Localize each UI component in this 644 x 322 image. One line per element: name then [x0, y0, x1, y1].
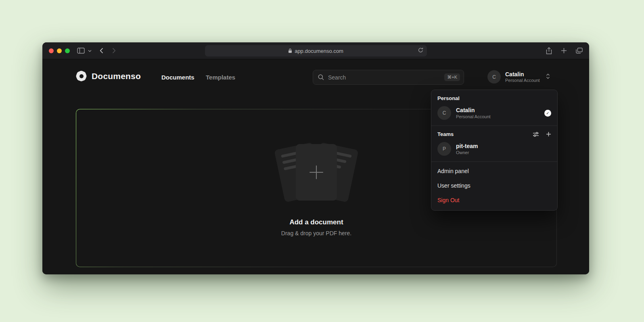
menu-actions-section: Admin panel User settings Sign Out	[431, 161, 557, 210]
share-icon[interactable]	[546, 47, 552, 54]
lock-icon	[288, 48, 292, 53]
account-name: Catalin	[505, 71, 540, 78]
add-team-icon[interactable]	[546, 132, 551, 137]
menu-item-admin-panel[interactable]: Admin panel	[431, 164, 557, 178]
sidebar-chevron-icon[interactable]	[88, 50, 92, 52]
team-name: pit-team	[456, 143, 478, 150]
refresh-icon[interactable]	[418, 47, 423, 54]
team-role: Owner	[456, 150, 478, 155]
dropzone-subtitle: Drag & drop your PDF here.	[281, 230, 351, 236]
menu-item-sign-out[interactable]: Sign Out	[431, 193, 557, 207]
personal-heading: Personal	[437, 95, 551, 101]
menu-teams-section: Teams	[431, 125, 557, 161]
avatar: C	[487, 70, 501, 84]
sidebar-toggle-icon[interactable]	[77, 48, 85, 54]
avatar: P	[437, 142, 451, 156]
forward-button[interactable]	[112, 48, 116, 54]
plus-icon	[309, 165, 323, 179]
menu-personal-section: Personal C Catalin Personal Account ✓	[431, 90, 557, 125]
documenso-app: Documenso Documents Templates ⌘+K C Cata…	[42, 59, 589, 274]
document-stack-illustration	[268, 144, 365, 205]
search-input[interactable]	[328, 74, 440, 81]
dropzone-title: Add a document	[289, 218, 343, 226]
manage-teams-icon[interactable]	[533, 132, 539, 137]
menu-item-user-settings[interactable]: User settings	[431, 178, 557, 193]
brand-name: Documenso	[92, 71, 141, 81]
browser-window: app.documenso.com	[42, 42, 589, 274]
search-bar[interactable]: ⌘+K	[313, 70, 464, 85]
chevron-up-down-icon	[546, 73, 550, 81]
address-bar[interactable]: app.documenso.com	[205, 45, 427, 56]
url-text: app.documenso.com	[295, 48, 343, 54]
account-menu-trigger[interactable]: C Catalin Personal Account	[487, 70, 550, 84]
search-icon	[318, 74, 324, 80]
account-dropdown-menu: Personal C Catalin Personal Account ✓ Te…	[431, 90, 558, 211]
teams-heading: Teams	[437, 131, 454, 137]
menu-item-personal-account[interactable]: C Catalin Personal Account ✓	[437, 105, 552, 121]
account-type: Personal Account	[505, 78, 540, 83]
traffic-lights	[49, 48, 70, 53]
avatar: C	[437, 106, 451, 120]
back-button[interactable]	[100, 48, 103, 54]
document-card-front	[296, 144, 337, 201]
menu-item-team[interactable]: P pit-team Owner	[437, 141, 552, 157]
menu-account-type: Personal Account	[456, 114, 491, 119]
browser-titlebar: app.documenso.com	[42, 42, 589, 59]
new-tab-icon[interactable]	[561, 48, 567, 54]
zoom-window-button[interactable]	[65, 48, 70, 53]
documenso-logo-icon	[76, 71, 87, 82]
menu-account-name: Catalin	[456, 107, 491, 114]
nav-templates[interactable]: Templates	[206, 74, 235, 81]
search-shortcut-badge: ⌘+K	[444, 73, 460, 81]
close-window-button[interactable]	[49, 48, 54, 53]
nav-documents[interactable]: Documents	[161, 74, 194, 81]
tab-overview-icon[interactable]	[576, 48, 583, 54]
brand-logo[interactable]: Documenso	[76, 71, 141, 82]
selected-check-icon: ✓	[544, 110, 551, 117]
minimize-window-button[interactable]	[57, 48, 62, 53]
